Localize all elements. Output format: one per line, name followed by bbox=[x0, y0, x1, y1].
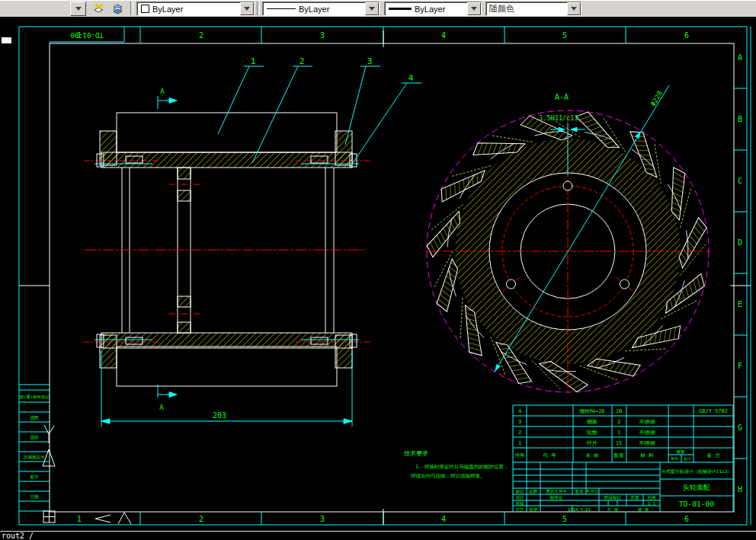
plotstyle-control-dropdown[interactable] bbox=[567, 2, 581, 15]
bom-header: 单件 bbox=[671, 456, 678, 461]
tb-role: 审核 bbox=[516, 501, 525, 506]
zone-label: D bbox=[738, 238, 742, 247]
balloon-number: 4 bbox=[408, 73, 414, 83]
tb-rev-header: 更改文件号 bbox=[546, 489, 567, 494]
lineweight-control-dropdown[interactable] bbox=[467, 2, 481, 15]
bom-cell: 2 bbox=[617, 419, 620, 425]
tb-drawing-number: TD-01-00 bbox=[679, 500, 714, 508]
zone-label: 4 bbox=[441, 31, 446, 40]
bom-header: 名 称 bbox=[586, 452, 599, 459]
zone-label: H bbox=[738, 485, 742, 494]
cad-application: ByLayer ByLayer ByLayer 随颜色 bbox=[0, 0, 756, 540]
color-control-value: ByLayer bbox=[149, 5, 240, 14]
bom-header: 重量 bbox=[677, 449, 686, 454]
width-dimension: 203 bbox=[101, 350, 352, 427]
tb-rev-header: 标记 bbox=[515, 489, 525, 494]
zone-label: C bbox=[738, 177, 742, 185]
projection-symbols bbox=[43, 425, 55, 522]
chevron-down-icon bbox=[471, 7, 477, 11]
notes-line: 焊缝应均匀连续，焊后清除焊渣。 bbox=[411, 473, 485, 479]
bom-cell: 1 bbox=[617, 430, 620, 436]
linetype-sample-icon bbox=[267, 8, 296, 9]
color-control-dropdown[interactable] bbox=[240, 2, 254, 15]
layer-translate-icon-button[interactable] bbox=[90, 1, 107, 16]
tb-scale-value: 1:1 bbox=[648, 501, 655, 506]
lineweight-control-value: ByLayer bbox=[412, 5, 467, 14]
balloon-number: 3 bbox=[367, 56, 373, 66]
corner-drawing-number: TD-01-00 bbox=[50, 27, 124, 42]
bom-header: 备 注 bbox=[707, 452, 720, 459]
bom-header: 材 料 bbox=[640, 452, 654, 459]
tb-rev-header: 处数 bbox=[530, 489, 539, 494]
chevron-down-icon bbox=[75, 7, 82, 11]
bom-cell: 15 bbox=[616, 440, 622, 446]
bom-cell: 3 bbox=[518, 419, 521, 425]
command-line-input[interactable]: rout2 / bbox=[0, 531, 756, 540]
layer-stack-icon bbox=[112, 2, 124, 14]
tb-role: 设计 bbox=[516, 495, 525, 500]
section-arrow-label: A bbox=[159, 404, 164, 411]
section-title: A-A bbox=[555, 93, 569, 101]
zone-label: 2 bbox=[199, 31, 203, 40]
bom-header: 序号 bbox=[515, 452, 526, 459]
balloon-number: 2 bbox=[300, 56, 305, 66]
bom-header: 代 号 bbox=[543, 452, 556, 459]
tb-weight-label: 质量 bbox=[631, 495, 640, 500]
plotstyle-control-combo[interactable]: 随颜色 bbox=[485, 2, 581, 16]
toolbar-separator bbox=[130, 2, 133, 15]
drawing-svg: 1 2 3 4 5 6 1 2 3 4 5 6 A B C D E F G H bbox=[0, 17, 756, 531]
chevron-down-icon bbox=[369, 7, 375, 11]
margin-label: 描校 bbox=[30, 435, 40, 440]
zone-label: 2 bbox=[199, 515, 203, 523]
toolbar: ByLayer ByLayer ByLayer 随颜色 bbox=[0, 0, 756, 18]
color-control-combo[interactable]: ByLayer bbox=[136, 2, 255, 16]
tb-scale-label: 比例 bbox=[648, 495, 656, 500]
dim-text-diameter: Φ228 bbox=[649, 90, 665, 108]
section-arrow-label: A bbox=[160, 88, 165, 95]
lineweight-control-combo[interactable]: ByLayer bbox=[384, 2, 482, 16]
margin-label: 描图 bbox=[30, 415, 39, 420]
balloon-number: 1 bbox=[251, 56, 256, 66]
bom-cell: 不锈钢 bbox=[639, 430, 655, 436]
margin-label: 借(通)用件登记 bbox=[19, 394, 50, 400]
bom-header: 数量 bbox=[613, 452, 625, 459]
centering-marks bbox=[19, 30, 751, 525]
drawing-frame: 1 2 3 4 5 6 1 2 3 4 5 6 A B C D E F G H bbox=[19, 27, 751, 525]
zone-label: 4 bbox=[441, 515, 446, 523]
margin-label: 旧底图总号 bbox=[24, 455, 45, 460]
zone-label: E bbox=[738, 300, 742, 308]
corner-label: TD-01-00 bbox=[70, 31, 103, 39]
margin-label: 签字 bbox=[30, 474, 40, 480]
color-swatch-icon bbox=[141, 5, 149, 13]
toolbar-separator bbox=[257, 2, 260, 15]
zone-label: 5 bbox=[562, 515, 567, 523]
docked-combo-arrow-button[interactable] bbox=[70, 2, 86, 16]
linetype-control-combo[interactable]: ByLayer bbox=[262, 2, 380, 16]
chevron-down-icon bbox=[244, 7, 250, 11]
zone-label: G bbox=[738, 423, 742, 432]
bom-cell: 10 bbox=[616, 408, 622, 414]
zone-label: 3 bbox=[320, 515, 325, 523]
zone-label: A bbox=[738, 53, 742, 62]
dim-text-203: 203 bbox=[213, 411, 226, 420]
bom-cell: 不锈钢 bbox=[639, 440, 655, 446]
left-section-view: A A 1 2 3 4 bbox=[84, 56, 421, 427]
lineweight-sample-icon bbox=[389, 8, 412, 10]
title-block: 标记 处数 更改文件号 签名 年月日 设计 标准化 审核 工艺 批准 2014.… bbox=[513, 462, 733, 513]
zone-label: 6 bbox=[684, 31, 689, 40]
bom-cell: 螺栓M4×20 bbox=[580, 408, 605, 414]
layer-properties-icon-button[interactable] bbox=[109, 1, 127, 16]
zone-label: 3 bbox=[320, 31, 325, 40]
tb-sheet-no: 第 张 bbox=[638, 507, 649, 513]
drawing-canvas[interactable]: 1 2 3 4 5 6 1 2 3 4 5 6 A B C D E F G H bbox=[0, 17, 756, 531]
zone-label: 6 bbox=[684, 515, 689, 523]
bom-cell: 不锈钢 bbox=[639, 419, 655, 425]
tb-role: 标准化 bbox=[549, 495, 563, 500]
tb-stage-label: 阶段标记 bbox=[604, 495, 622, 500]
tb-sheets: 共 张 bbox=[607, 507, 619, 513]
notes-title: 技术要求 bbox=[403, 450, 428, 457]
notes-line: 1. 焊接时保证叶片与端盖间的相对位置， bbox=[415, 464, 508, 470]
linetype-control-dropdown[interactable] bbox=[365, 2, 379, 15]
bom-cell: 轮毂 bbox=[587, 430, 597, 436]
tb-role: 工艺 bbox=[516, 507, 525, 512]
